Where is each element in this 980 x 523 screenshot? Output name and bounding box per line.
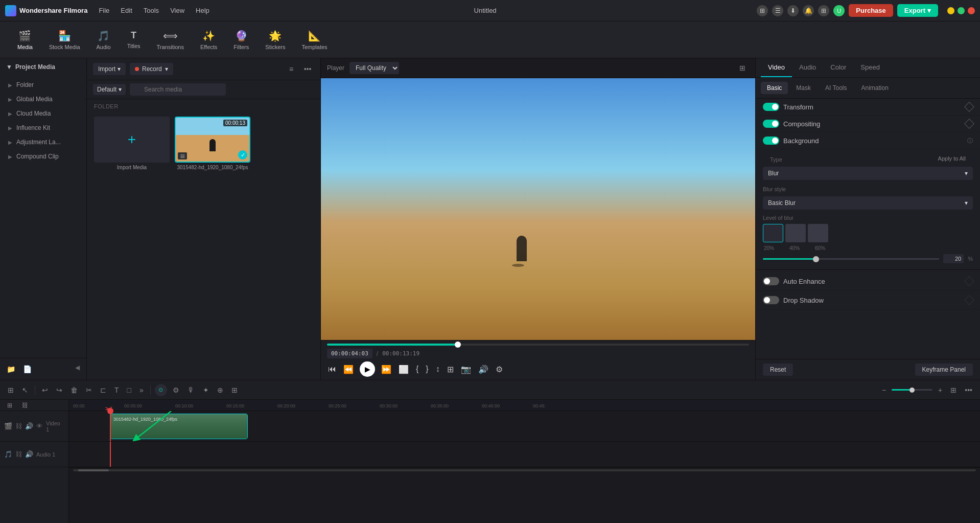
tool-transitions[interactable]: ⟺ Transitions	[150, 27, 191, 53]
preview-expand-icon[interactable]: ⊞	[736, 61, 749, 75]
timeline-scrollbar[interactable]	[69, 467, 980, 472]
drop-shadow-keyframe[interactable]	[964, 295, 974, 305]
subtab-mask[interactable]: Mask	[790, 82, 817, 94]
sidebar-item-compound-clip[interactable]: ▶ Compound Clip	[0, 149, 86, 164]
sidebar-item-cloud-media[interactable]: ▶ Cloud Media	[0, 106, 86, 121]
video-clip[interactable]: 3015482-hd_1920_1080_24fps	[110, 414, 248, 439]
add-track-button[interactable]: ⊞	[3, 400, 16, 412]
video-track-link-icon[interactable]: ⛓	[15, 422, 22, 430]
menu-view[interactable]: View	[166, 5, 189, 16]
auto-enhance-toggle[interactable]	[763, 277, 779, 285]
timeline-zoom-out-btn[interactable]: −	[879, 384, 889, 396]
view-default-select[interactable]: Default ▾	[93, 84, 126, 95]
sidebar-item-global-media[interactable]: ▶ Global Media	[0, 92, 86, 106]
scrollbar-track[interactable]	[73, 469, 976, 471]
timeline-pip-btn[interactable]: ⊞	[229, 384, 240, 396]
menu-file[interactable]: File	[95, 5, 113, 16]
window-icon-4[interactable]: 🔔	[803, 5, 814, 16]
tool-stickers[interactable]: 🌟 Stickers	[258, 27, 292, 53]
subtab-ai-tools[interactable]: AI Tools	[819, 82, 853, 94]
tab-color[interactable]: Color	[823, 58, 853, 77]
timeline-play-btn[interactable]: ⊙	[155, 384, 167, 396]
keyframe-panel-button[interactable]: Keyframe Panel	[915, 363, 973, 376]
extract-button[interactable]: ↕	[435, 363, 441, 375]
add-item-button[interactable]: 📄	[20, 362, 34, 376]
prev-frame-button[interactable]: ⏪	[342, 363, 355, 375]
project-media-header[interactable]: ▼ Project Media	[0, 58, 86, 76]
sidebar-item-adjustment[interactable]: ▶ Adjustment La...	[0, 135, 86, 149]
audio-track-mute-icon[interactable]: 🔊	[25, 450, 33, 458]
transform-toggle[interactable]	[763, 103, 779, 111]
timeline-rect-btn[interactable]: □	[125, 384, 134, 396]
blur-sq-1[interactable]	[763, 224, 783, 242]
record-button[interactable]: Record ▾	[130, 63, 173, 75]
video-track-audio-icon[interactable]: 🔊	[25, 422, 33, 430]
add-to-timeline-button[interactable]: ⊞	[446, 363, 455, 375]
tool-audio[interactable]: 🎵 Audio	[89, 27, 118, 53]
reset-button[interactable]: Reset	[763, 363, 793, 376]
minimize-button[interactable]	[947, 7, 954, 14]
sidebar-item-influence-kit[interactable]: ▶ Influence Kit	[0, 121, 86, 135]
tool-media[interactable]: 🎬 Media	[10, 27, 40, 53]
video-track-visible-icon[interactable]: 👁	[36, 422, 43, 430]
timeline-delete-btn[interactable]: 🗑	[68, 384, 80, 396]
blur-style-dropdown[interactable]: Basic Blur ▾	[763, 196, 973, 210]
tool-filters[interactable]: 🔮 Filters	[226, 27, 256, 53]
blur-sq-2[interactable]	[785, 224, 806, 242]
type-dropdown[interactable]: Blur ▾	[763, 167, 973, 180]
user-avatar[interactable]: U	[833, 5, 845, 16]
close-button[interactable]	[968, 7, 975, 14]
more-options-icon[interactable]: •••	[301, 62, 314, 76]
import-button[interactable]: Import ▾	[93, 63, 126, 75]
tab-audio[interactable]: Audio	[792, 58, 823, 77]
transform-keyframe[interactable]	[964, 102, 974, 112]
add-folder-button[interactable]: 📁	[4, 362, 17, 376]
compositing-keyframe[interactable]	[964, 119, 974, 129]
settings-button[interactable]: ⚙	[495, 363, 504, 375]
purchase-button[interactable]: Purchase	[849, 4, 893, 17]
collapse-panel-button[interactable]: ◀	[72, 362, 82, 373]
subtab-basic[interactable]: Basic	[761, 82, 788, 94]
timeline-select-btn[interactable]: ↖	[19, 384, 31, 396]
audio-track-link-icon[interactable]: ⛓	[15, 450, 22, 458]
timeline-ai-btn[interactable]: ✦	[200, 384, 212, 396]
filter-icon[interactable]: ≡	[285, 62, 298, 76]
import-media-item[interactable]: + Import Media	[94, 117, 170, 170]
subtab-animation[interactable]: Animation	[855, 82, 894, 94]
quality-select[interactable]: Full Quality	[349, 62, 399, 74]
scrollbar-thumb[interactable]	[78, 469, 109, 471]
play-button[interactable]: ▶	[360, 361, 375, 377]
window-icon-3[interactable]: ⬇	[787, 5, 799, 16]
next-frame-button[interactable]: ⏩	[380, 363, 392, 375]
audio-button[interactable]: 🔊	[477, 363, 489, 375]
mark-out-button[interactable]: }	[425, 363, 429, 375]
mark-in-button[interactable]: {	[415, 363, 419, 375]
drop-shadow-toggle[interactable]	[763, 296, 779, 304]
timeline-more-btn[interactable]: »	[137, 384, 146, 396]
tool-effects[interactable]: ✨ Effects	[193, 27, 224, 53]
blur-slider-thumb[interactable]	[813, 256, 819, 262]
tool-stock-media[interactable]: 🏪 Stock Media	[42, 27, 87, 53]
menu-edit[interactable]: Edit	[116, 5, 136, 16]
snapshot-button[interactable]: 📷	[460, 363, 472, 375]
timeline-redo-btn[interactable]: ↪	[54, 384, 65, 396]
timeline-audio-btn[interactable]: 🎙	[185, 384, 197, 396]
window-icon-1[interactable]: ⊞	[757, 5, 768, 16]
link-track-button[interactable]: ⛓	[18, 400, 32, 412]
apply-to-all-button[interactable]: Apply to All	[931, 153, 973, 164]
tool-templates[interactable]: 📐 Templates	[294, 27, 334, 53]
progress-thumb[interactable]	[455, 342, 461, 348]
timeline-options-btn[interactable]: •••	[962, 384, 975, 396]
maximize-button[interactable]	[958, 7, 965, 14]
crop-button[interactable]: ⬜	[398, 363, 410, 375]
tool-titles[interactable]: T Titles	[120, 27, 148, 52]
progress-bar[interactable]	[327, 344, 749, 346]
tab-speed[interactable]: Speed	[853, 58, 887, 77]
go-start-button[interactable]: ⏮	[327, 363, 337, 375]
sidebar-item-folder[interactable]: ▶ Folder	[0, 78, 86, 92]
media-clip-item[interactable]: 00:00:13 ▤ ✓ 3015482-hd_1920_1080_24fps	[175, 117, 250, 170]
timeline-layout-btn[interactable]: ⊞	[948, 384, 959, 396]
blur-sq-3[interactable]	[808, 224, 828, 242]
blur-slider[interactable]	[763, 258, 939, 260]
tab-video[interactable]: Video	[761, 58, 792, 77]
